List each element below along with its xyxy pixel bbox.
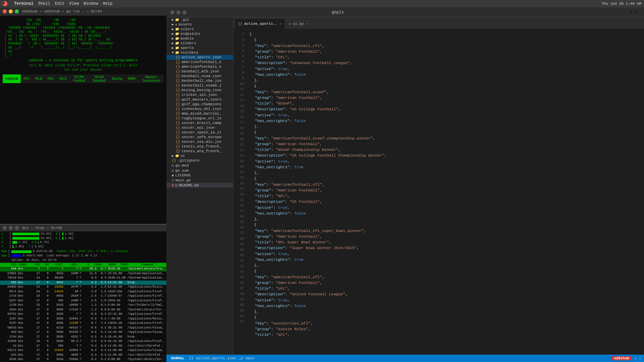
table-row: 686dos1704032??4.20.514:91.00htop [0,281,166,285]
file-tree-item-mma[interactable]: {} mma_mixed_martial_ [166,111,233,116]
close-button[interactable] [3,9,7,13]
tab-ncaa-baseball[interactable]: NCAA Baseball [89,74,109,83]
file-tree-label: soccer_usa_mls.jso [181,140,221,144]
table-row: 5257dos170386240M?2.51.81h59:26/Applicat… [0,299,166,303]
file-tree-label: soccer_epl.json [181,126,215,130]
table-row: 668 dos ? ? ? ? ? 20.6 0.7 3h39:38 /Syst… [0,267,166,272]
file-tree-item-sports[interactable]: ▶ 📁 sports [166,46,233,50]
menu-shell[interactable]: Shell [38,1,50,6]
file-tree-item-basketball-ncaab[interactable]: {} basketball_ncaab.j [166,83,233,88]
tab-active-sports[interactable]: {} active_sports.. ✕ [235,19,285,29]
htop-minimize[interactable] [9,226,13,230]
file-tree-item-soccer-uefa[interactable]: {} soccer_uefa_europa [166,135,233,139]
file-tree-item-colors[interactable]: ▶ 📁 colors [166,27,233,32]
apple-icon: ● [3,1,7,6]
close-icon[interactable]: ✕ [635,10,637,14]
file-tree-item-soccer-spain[interactable]: {} soccer_spain_la_li [166,130,233,135]
editor-minimize[interactable] [176,10,180,14]
table-row: 1154dos170389G4352?0.50.319:44.00htop [0,335,166,340]
tab-boxing[interactable]: Boxing [109,74,125,83]
file-tree-item-models[interactable]: ▶ 📁 models [166,36,233,41]
tab-masters[interactable]: Masters Tournament [138,74,164,83]
menu-window[interactable]: Window [84,1,98,6]
maximize-button[interactable] [15,9,19,13]
menu-help[interactable]: Help [103,1,112,6]
file-tree-item-gomod[interactable]: ◻ go.mod [166,163,233,168]
file-tree-item-tennis-atp[interactable]: {} tennis_atp_french_ [166,144,233,149]
clock: Thu Jun 20 1:46 AM [601,2,641,6]
tab-nfl[interactable]: NFL [21,74,33,83]
file-tree-item-assets[interactable]: ▶ ★ assets [166,22,233,27]
tab-nhl[interactable]: NHL [45,74,57,83]
tab-oddshub[interactable]: oddshub [3,74,21,83]
file-tree-item-golf-masters[interactable]: {} golf_masters_tourn [166,97,233,102]
file-tree-item-baseball-mlb[interactable]: {} baseball_mlb.json [166,69,233,74]
folder-icon: 📁 [175,51,179,55]
main-area: oddshub — oddshub — go run . — 91×34 /$$… [0,7,644,362]
json-icon: {} [176,116,180,120]
file-tree-item-git[interactable]: ▶ 📁 .git [166,17,233,22]
file-tree-item-rugby[interactable]: {} rugbyleague_nrl.js [166,116,233,121]
tab-ncaa-football[interactable]: NCAA Football [69,74,89,83]
file-tree-label: basketball_ncaab.j [181,83,221,87]
htop-maximize[interactable] [15,226,19,230]
htop-terminal[interactable]: 1 [ 53.6%] 4 [ 1.3%] 2 [ 53.6%] 5 [ [0,231,166,362]
file-tree: ▶ 📁 .git ▶ ★ assets ▶ 📁 colors ▶ 📁 [166,17,233,355]
tab-mma[interactable]: MMA [125,74,138,83]
modified-icon: ● [172,183,174,187]
line-numbers: 1234 5678 9101112 13141516 17181920 2122… [233,29,247,355]
json-icon: {} [176,83,180,87]
code-content[interactable]: [ { "key": "americanfootball_cfl", "grou… [247,29,644,355]
oddshub-tagline: oddshub – A terminal UI for sports betti… [3,59,164,62]
menu-view[interactable]: View [69,1,79,6]
file-tree-item-baseball-ncaa[interactable]: {} baseball_ncaa.json [166,74,233,78]
file-tree-label: soccer_brazil_camp [181,121,221,125]
file-tree-item-sliders[interactable]: ▶ 📁 sliders [166,41,233,46]
file-tree-item-basketball-nba[interactable]: {} basketball_nba.jso [166,78,233,83]
file-tree-item-soccer-mls[interactable]: {} soccer_usa_mls.jso [166,139,233,144]
file-tree-label: testdata [180,51,198,55]
file-tree-item-ui[interactable]: ▶ 📁 ui [166,154,233,158]
app-name[interactable]: Terminal [14,1,34,6]
tab-mlb[interactable]: MLB [33,74,45,83]
file-tree-item-soccer-brazil[interactable]: {} soccer_brazil_camp [166,121,233,125]
go-tab-icon: ◻ [289,22,291,26]
minimize-button[interactable] [9,9,13,13]
file-tree-item-active-sports[interactable]: {} active_sports.json [166,55,233,60]
editor-maximize[interactable] [182,10,186,14]
editor-close[interactable] [170,10,174,14]
htop-close[interactable] [3,226,7,230]
file-tree-item-afl-n2[interactable]: {} americanfootball_n [166,64,233,69]
file-tree-item-gitignore[interactable]: {} .gitignore [166,158,233,163]
tab-close-button[interactable]: ✕ [279,22,281,26]
file-tree-item-icehockey[interactable]: {} icehockey_nhl.json [166,107,233,111]
file-tree-item-afl-n1[interactable]: {} americanfootball_n [166,60,233,64]
status-filename: active_sports.json [196,356,236,360]
toggle-icon[interactable]: ⊙ [630,10,633,14]
menu-edit[interactable]: Edit [55,1,65,6]
file-tree-item-boxing[interactable]: {} boxing_boxing.json [166,88,233,93]
json-icon: {} [176,74,180,78]
file-tree-item-gosum[interactable]: ◻ go.sum [166,168,233,173]
code-editor[interactable]: 1234 5678 9101112 13141516 17181920 2122… [233,29,644,355]
file-tree-item-readme[interactable]: ● ◻ README.md [166,183,233,188]
file-tree-item-golf-pga[interactable]: {} golf_pga_champions [166,102,233,107]
vim-mode: NORMAL [169,356,186,360]
file-tree-item-tennis-wta[interactable]: {} tennis_wta_french_ [166,149,233,154]
tab-close-button[interactable]: ✕ [306,22,308,26]
editor-traffic-lights [170,10,186,14]
oddshub-terminal[interactable]: /$$ /$$ /$$ /$$ $$ |/$$/ /$$$ /$$$$ /$$$… [0,15,166,224]
file-tree-item-license[interactable]: ▲ LICENSE [166,173,233,178]
tab-label: ui.go [293,22,304,26]
file-tree-label: rugbyleague_nrl.js [181,116,221,120]
tab-mls[interactable]: MLS [57,74,69,83]
file-tree-item-testdata[interactable]: ▼ 📁 testdata [166,50,233,55]
json-icon: {} [176,121,180,125]
file-tree-label: active_sports.json [181,55,221,59]
tab-uigo[interactable]: ◻ ui.go ✕ [285,19,311,29]
file-tree-item-cricket[interactable]: {} cricket_ipl.json [166,93,233,97]
file-tree-item-soccer-epl[interactable]: {} soccer_epl.json [166,125,233,130]
file-tree-item-maingo[interactable]: ◻ main.go [166,178,233,183]
file-tree-item-endpoints[interactable]: ▶ 📁 endpoints [166,32,233,36]
table-row: 1964dos170389G17520?1.20.00:00.00/System… [0,308,166,312]
